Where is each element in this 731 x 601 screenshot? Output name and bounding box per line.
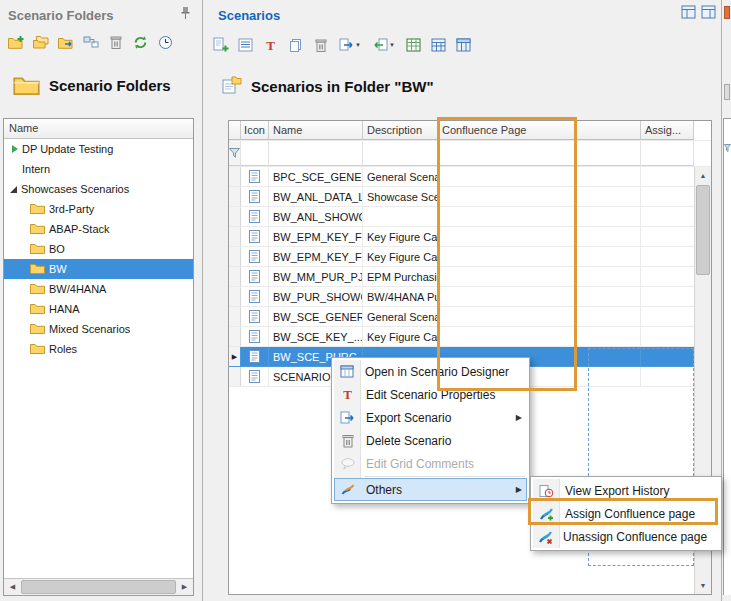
add-scenario-icon[interactable] xyxy=(210,34,231,56)
dock-grid-icon[interactable] xyxy=(681,5,696,21)
scroll-left-icon[interactable]: ◀ xyxy=(4,579,21,595)
cell-name[interactable]: BW_ANL_SHOWCA... xyxy=(269,207,363,226)
cell-confluence-page[interactable] xyxy=(438,227,641,246)
scroll-up-icon[interactable]: ▲ xyxy=(695,167,711,184)
tree-item-roles[interactable]: Roles xyxy=(4,339,193,359)
tree-item-3rd-party[interactable]: 3rd-Party xyxy=(4,199,193,219)
filter-cell[interactable] xyxy=(641,141,694,166)
cell-assign[interactable] xyxy=(641,267,694,286)
cell-name[interactable]: BW_MM_PUR_PJ_01 xyxy=(269,267,363,286)
table-row[interactable]: BW_PUR_SHOWCA... BW/4HANA Purcha... xyxy=(229,287,711,307)
tree-item-bw4hana[interactable]: BW/4HANA xyxy=(4,279,193,299)
cell-description[interactable]: EPM Purchasing xyxy=(363,267,438,286)
tree-item-bo[interactable]: BO xyxy=(4,239,193,259)
cell-assign[interactable] xyxy=(641,307,694,326)
refresh-icon[interactable] xyxy=(130,31,151,53)
cell-name[interactable]: BW_PUR_SHOWCA... xyxy=(269,287,363,306)
expand-arrow-icon[interactable] xyxy=(12,145,18,153)
filter-icon[interactable] xyxy=(229,141,241,166)
scenario-list-icon[interactable] xyxy=(235,34,256,56)
cell-assign[interactable] xyxy=(641,207,694,226)
table-row[interactable]: BW_ANL_SHOWCA... xyxy=(229,207,711,227)
cell-name[interactable]: BPC_SCE_GENERA... xyxy=(269,167,363,186)
column-header-description[interactable]: Description xyxy=(363,121,438,140)
cell-assign[interactable] xyxy=(641,187,694,206)
cell-description[interactable]: Key Figure Catalog... xyxy=(363,327,438,346)
cell-assign[interactable] xyxy=(641,167,694,186)
scroll-down-icon[interactable]: ▼ xyxy=(695,577,711,594)
schedule-icon[interactable] xyxy=(155,31,176,53)
menu-item-unassign-confluence-page[interactable]: Unassign Confluence page xyxy=(533,525,719,548)
column-header-name[interactable]: Name xyxy=(269,121,363,140)
cell-assign[interactable] xyxy=(641,327,694,346)
cell-description[interactable]: Key Figure Catalog... xyxy=(363,227,438,246)
menu-item-view-export-history[interactable]: View Export History xyxy=(533,479,719,502)
export-scenario-dropdown-icon[interactable]: ▼ xyxy=(335,34,365,56)
menu-item-assign-confluence-page[interactable]: Assign Confluence page xyxy=(533,502,719,525)
cell-confluence-page[interactable] xyxy=(438,167,641,186)
tree-item-mixed-scenarios[interactable]: Mixed Scenarios xyxy=(4,319,193,339)
table-row[interactable]: BPC_SCE_GENERA... General Scenario o... xyxy=(229,167,711,187)
cell-confluence-page[interactable] xyxy=(438,187,641,206)
cell-description[interactable]: General Scenario f... xyxy=(363,307,438,326)
menu-item-edit-scenario-properties[interactable]: T Edit Scenario Properties xyxy=(334,383,527,406)
scroll-right-icon[interactable]: ▶ xyxy=(176,579,193,595)
menu-item-delete-scenario[interactable]: Delete Scenario xyxy=(334,429,527,452)
copy-scenario-icon[interactable] xyxy=(285,34,306,56)
cell-name[interactable]: BW_EPM_KEY_FIG... xyxy=(269,247,363,266)
pin-icon[interactable] xyxy=(180,6,190,22)
cell-description[interactable]: BW/4HANA Purcha... xyxy=(363,287,438,306)
filter-cell[interactable] xyxy=(269,141,363,166)
filter-cell[interactable] xyxy=(438,141,641,166)
grid-view-icon[interactable] xyxy=(428,34,449,56)
grid-layout-icon[interactable] xyxy=(453,34,474,56)
table-row[interactable]: BW_MM_PUR_PJ_01 EPM Purchasing xyxy=(229,267,711,287)
cell-confluence-page[interactable] xyxy=(438,267,641,286)
table-row[interactable]: BW_SCE_KEY_... Key Figure Catalog... xyxy=(229,327,711,347)
cell-confluence-page[interactable] xyxy=(438,307,641,326)
cell-confluence-page[interactable] xyxy=(438,247,641,266)
collapse-arrow-icon[interactable] xyxy=(10,186,17,193)
cell-description[interactable]: General Scenario o... xyxy=(363,167,438,186)
menu-item-export-scenario[interactable]: Export Scenario ▶ xyxy=(334,406,527,429)
cell-name[interactable]: BW_ANL_DATA_LO... xyxy=(269,187,363,206)
column-header-assign[interactable]: Assig... xyxy=(641,121,694,140)
menu-item-others[interactable]: Others ▶ xyxy=(334,478,527,501)
tree-item-showcases-scenarios[interactable]: Showcases Scenarios xyxy=(4,179,193,199)
cell-assign[interactable] xyxy=(641,247,694,266)
cell-assign[interactable] xyxy=(641,287,694,306)
export-folder-icon[interactable] xyxy=(55,31,76,53)
tree-item-bw-selected[interactable]: BW xyxy=(4,259,193,279)
table-row[interactable]: BW_EPM_KEY_FIG... Key Figure Catalog xyxy=(229,247,711,267)
edit-text-icon[interactable]: T xyxy=(260,34,281,56)
folders-h-scrollbar[interactable]: ◀ ▶ xyxy=(4,578,193,595)
cell-assign[interactable] xyxy=(641,227,694,246)
link-folder-icon[interactable] xyxy=(80,31,101,53)
filter-cell[interactable] xyxy=(363,141,438,166)
cell-name[interactable]: BW_SCE_GENERAL... xyxy=(269,307,363,326)
cell-name[interactable]: BW_EPM_KEY_FIG... xyxy=(269,227,363,246)
add-folder-icon[interactable] xyxy=(5,31,26,53)
import-scenario-dropdown-icon[interactable]: ▼ xyxy=(369,34,399,56)
copy-folder-icon[interactable] xyxy=(30,31,51,53)
cell-confluence-page[interactable] xyxy=(438,207,641,226)
table-row[interactable]: BW_SCE_GENERAL... General Scenario f... xyxy=(229,307,711,327)
dropdown-arrow-icon[interactable]: ▼ xyxy=(355,42,361,48)
excel-export-icon[interactable] xyxy=(403,34,424,56)
tree-item-dp-update-testing[interactable]: DP Update Testing xyxy=(4,139,193,159)
cell-confluence-page[interactable] xyxy=(438,287,641,306)
column-header-icon[interactable]: Icon xyxy=(241,121,269,140)
dropdown-arrow-icon[interactable]: ▼ xyxy=(389,42,395,48)
cell-description[interactable]: Key Figure Catalog xyxy=(363,247,438,266)
delete-scenario-icon[interactable] xyxy=(310,34,331,56)
tree-item-abap-stack[interactable]: ABAP-Stack xyxy=(4,219,193,239)
cell-description[interactable] xyxy=(363,207,438,226)
delete-folder-icon[interactable] xyxy=(105,31,126,53)
table-row[interactable]: BW_ANL_DATA_LO... Showcase Scenario... xyxy=(229,187,711,207)
cell-confluence-page[interactable] xyxy=(438,327,641,346)
scrollbar-thumb[interactable] xyxy=(696,185,710,275)
table-row[interactable]: BW_EPM_KEY_FIG... Key Figure Catalog... xyxy=(229,227,711,247)
filter-cell[interactable] xyxy=(241,141,269,166)
column-header-confluence-page[interactable]: Confluence Page xyxy=(438,121,641,140)
dock-layout-icon[interactable] xyxy=(701,5,716,21)
